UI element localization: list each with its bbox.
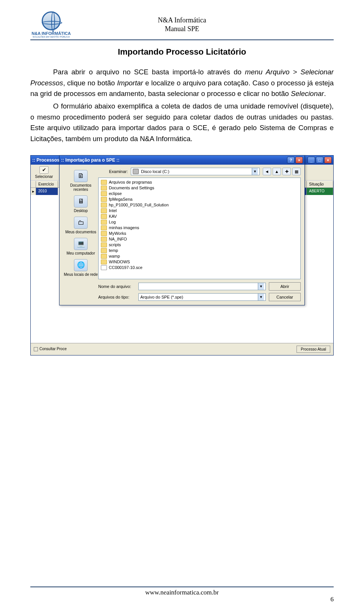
screenshot: :: Processos em Andamento :: _ □ × ✔Sele… [30, 155, 334, 355]
file-item[interactable]: Intel [101, 208, 298, 214]
logo-subtitle: SOLUÇÕES EM GESTÃO PÚBLICA [33, 36, 70, 38]
paragraph-2: O formulário abaixo exemplifica a coleta… [30, 101, 334, 145]
col-situacao[interactable]: Situação [307, 181, 333, 187]
file-name: CC000197-10.sce [109, 265, 143, 270]
folder-icon [101, 203, 107, 208]
dialog-title-text: :: Importação para o SPE :: [61, 157, 287, 163]
place-label: Meus documentos [63, 230, 98, 234]
col-exercicio[interactable]: Exercício [36, 181, 58, 187]
nav-icon-1[interactable]: ▲ [273, 168, 281, 175]
drive-value: Disco local (C:) [141, 169, 169, 174]
file-item[interactable]: eclipse [101, 191, 298, 197]
place-meus-documentos[interactable]: 🗀Meus documentos [63, 217, 98, 234]
file-item[interactable]: Arquivos de programas [101, 179, 298, 185]
file-name: KAV [109, 214, 117, 219]
file-name: Intel [109, 208, 117, 213]
file-name: Documents and Settings [109, 186, 154, 190]
header-center: N&A Informática Manual SPE [72, 16, 292, 34]
place-documentos-recentes[interactable]: 🗎Documentos recentes [63, 170, 98, 192]
place-label: Meus locais de rede [63, 272, 98, 277]
nav-icon-3[interactable]: ▦ [292, 168, 301, 175]
filename-field[interactable]: ▼ [138, 283, 266, 290]
places-bar: 🗎Documentos recentes🖥Desktop🗀Meus docume… [63, 168, 98, 301]
file-name: temp [109, 248, 118, 253]
dialog-close-icon[interactable]: × [295, 157, 303, 164]
import-dialog: :: Importação para o SPE :: ? × 🗎Documen… [59, 155, 305, 305]
footer-rule [30, 587, 334, 587]
folder-icon [101, 259, 107, 264]
p1-g: . [324, 90, 326, 97]
file-item[interactable]: scripts [101, 242, 298, 248]
page-number: 6 [331, 596, 334, 603]
place-icon: 🗎 [74, 170, 88, 182]
nav-icon-2[interactable]: ✚ [282, 168, 291, 175]
toolbar-label: Selecionar [33, 175, 55, 179]
folder-icon [101, 186, 107, 190]
nav-icon-0[interactable]: ◄ [263, 168, 271, 175]
file-name: Log [109, 220, 116, 224]
folder-icon [101, 225, 107, 230]
file-list[interactable]: Arquivos de programasDocuments and Setti… [98, 178, 301, 279]
toolbar-icon: ✔ [39, 166, 49, 174]
file-item[interactable]: fpMegaSena [101, 197, 298, 202]
dialog-titlebar[interactable]: :: Importação para o SPE :: ? × [60, 156, 304, 165]
disk-icon [133, 169, 139, 174]
footer-url: www.neainformatica.com.br [145, 589, 219, 596]
document-footer: www.neainformatica.com.br [30, 587, 334, 596]
filetype-field[interactable]: Arquivo do SPE (*.spe)▼ [138, 293, 266, 301]
place-icon: 🖥 [74, 195, 88, 208]
file-item[interactable]: minhas imagens [101, 225, 298, 231]
file-item[interactable]: temp [101, 248, 298, 253]
minimize-icon[interactable]: _ [308, 157, 315, 164]
filename-label: Nome do arquivo: [98, 284, 135, 289]
open-button[interactable]: Abrir [269, 282, 301, 291]
folder-icon [101, 220, 107, 225]
file-item[interactable]: MyWorks [101, 231, 298, 236]
file-item[interactable]: Log [101, 219, 298, 225]
header-line2: Manual SPE [72, 25, 292, 33]
drive-combo[interactable]: Disco local (C:) ▼ [131, 168, 260, 175]
dialog-help-icon[interactable]: ? [287, 157, 295, 164]
processo-atual-button[interactable]: Processo Atual [297, 346, 330, 353]
close-icon[interactable]: × [324, 157, 332, 164]
file-name: Arquivos de programas [109, 180, 152, 184]
file-name: minhas imagens [109, 225, 139, 230]
folder-icon [101, 248, 107, 253]
place-meu-computador[interactable]: 💻Meu computador [63, 238, 98, 255]
chevron-down-icon[interactable]: ▼ [258, 294, 264, 300]
maximize-icon[interactable]: □ [316, 157, 323, 164]
file-name: hp_P1000_P1500_Full_Solution [109, 203, 169, 207]
checkbox[interactable] [34, 347, 38, 351]
file-item[interactable]: WINDOWS [101, 259, 298, 265]
company-logo: N&A INFORMÁTICA SOLUÇÕES EM GESTÃO PÚBLI… [30, 11, 72, 38]
file-name: MyWorks [109, 231, 126, 236]
place-meus-locais-de-rede[interactable]: 🌐Meus locais de rede [63, 259, 98, 277]
globe-icon [42, 11, 61, 30]
file-item[interactable]: wamp [101, 253, 298, 259]
toolbar-selecionar[interactable]: ✔Selecionar [33, 166, 55, 179]
place-icon: 🌐 [74, 259, 88, 271]
file-icon [101, 265, 107, 270]
chevron-down-icon[interactable]: ▼ [258, 283, 264, 290]
file-item[interactable]: KAV [101, 214, 298, 219]
header-line1: N&A Informática [72, 16, 292, 25]
p1-c: , clique no botão [63, 79, 117, 87]
cell-exercicio: 2010 [36, 188, 58, 195]
place-desktop[interactable]: 🖥Desktop [63, 195, 98, 213]
document-header: N&A INFORMÁTICA SOLUÇÕES EM GESTÃO PÚBLI… [30, 11, 334, 38]
file-item[interactable]: CC000197-10.sce [101, 265, 298, 270]
file-item[interactable]: NA_INFO [101, 236, 298, 242]
examinar-label: Examinar: [98, 169, 128, 174]
folder-icon [101, 197, 107, 202]
place-label: Meu computador [63, 251, 98, 255]
folder-icon [101, 237, 107, 242]
file-item[interactable]: Documents and Settings [101, 185, 298, 191]
place-label: Desktop [63, 209, 98, 213]
chevron-down-icon[interactable]: ▼ [252, 168, 258, 175]
file-name: scripts [109, 242, 121, 247]
p1-a: Para abrir o arquivo no SCE basta import… [53, 68, 245, 76]
file-item[interactable]: hp_P1000_P1500_Full_Solution [101, 202, 298, 208]
file-name: WINDOWS [109, 259, 130, 264]
cancel-button[interactable]: Cancelar [269, 293, 301, 301]
file-name: eclipse [109, 191, 122, 196]
